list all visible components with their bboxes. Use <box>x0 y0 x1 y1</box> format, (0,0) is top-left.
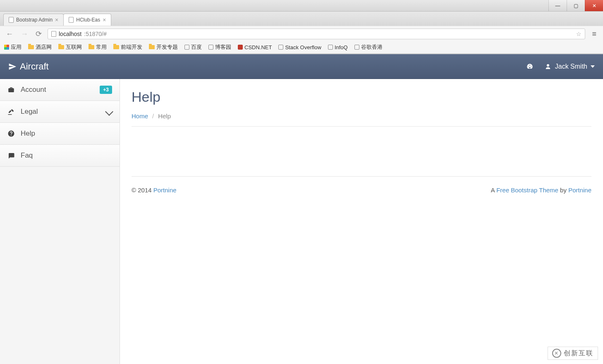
watermark: 创新互联 <box>548 347 598 360</box>
watermark-logo-icon <box>552 349 561 358</box>
bookmark-star-icon[interactable]: ☆ <box>576 31 581 37</box>
bookmark-label: Stack Overflow <box>285 44 321 50</box>
site-icon <box>278 45 283 50</box>
bookmark-label: 前端开发 <box>121 43 142 51</box>
footer-theme-link[interactable]: Free Bootstrap Theme <box>496 187 558 194</box>
sidebar-badge: +3 <box>100 86 112 94</box>
bookmark-label: InfoQ <box>335 44 348 50</box>
footer-text: A <box>491 187 496 194</box>
url-path: :51870/# <box>84 31 107 37</box>
tab-title: HClub-Eas <box>76 17 100 23</box>
bookmark-label: 谷歌香港 <box>361 43 383 51</box>
dashboard-icon-button[interactable] <box>526 63 534 70</box>
bookmark-label: 百度 <box>191 43 202 51</box>
site-icon <box>238 45 243 50</box>
brand-label: Aircraft <box>20 61 49 72</box>
address-row: ← → ⟳ localhost:51870/# ☆ ≡ <box>0 26 603 42</box>
footer-left: © 2014 Portnine <box>132 187 177 194</box>
help-icon <box>7 130 15 137</box>
browser-tab[interactable]: HClub-Eas × <box>63 14 111 26</box>
window-close-button[interactable]: ✕ <box>585 0 603 11</box>
bookmark-item[interactable]: InfoQ <box>328 44 348 50</box>
bookmark-item[interactable]: Stack Overflow <box>278 44 321 50</box>
chevron-down-icon <box>105 108 113 116</box>
breadcrumb: Home / Help <box>132 113 591 127</box>
breadcrumb-home[interactable]: Home <box>132 113 148 120</box>
bookmark-item[interactable]: 开发专题 <box>149 43 178 51</box>
sidebar-item-label: Help <box>21 129 35 138</box>
page-icon <box>51 31 56 37</box>
bookmark-item[interactable]: 前端开发 <box>113 43 142 51</box>
app-navbar: Aircraft Jack Smith <box>0 54 603 79</box>
apps-icon <box>4 45 9 50</box>
copyright-text: © 2014 <box>132 187 153 194</box>
bookmark-item[interactable]: 互联网 <box>58 43 82 51</box>
breadcrumb-separator: / <box>152 113 154 120</box>
folder-icon <box>28 45 34 49</box>
navbar-right: Jack Smith <box>526 63 595 70</box>
back-button[interactable]: ← <box>4 29 15 39</box>
folder-icon <box>113 45 119 49</box>
dashboard-icon <box>526 63 534 70</box>
browser-menu-button[interactable]: ≡ <box>589 29 599 39</box>
user-menu[interactable]: Jack Smith <box>544 63 595 70</box>
app-body: Account +3 Legal Help Faq Help Home / He… <box>0 79 603 364</box>
browser-chrome: — ▢ ✕ Bootstrap Admin × HClub-Eas × ← → … <box>0 0 603 54</box>
sidebar-item-label: Legal <box>21 108 38 116</box>
site-icon <box>328 45 333 50</box>
forward-button[interactable]: → <box>19 29 30 39</box>
sidebar-item-faq[interactable]: Faq <box>0 145 120 167</box>
bookmark-label: CSDN.NET <box>244 44 272 50</box>
page-icon <box>69 17 74 23</box>
breadcrumb-current: Help <box>158 113 171 120</box>
bookmark-label: 开发专题 <box>156 43 178 51</box>
window-minimize-button[interactable]: — <box>548 0 567 11</box>
browser-tab[interactable]: Bootstrap Admin × <box>3 14 64 26</box>
window-maximize-button[interactable]: ▢ <box>567 0 585 11</box>
sidebar-item-account[interactable]: Account +3 <box>0 79 120 101</box>
bookmark-item[interactable]: 谷歌香港 <box>354 43 383 51</box>
footer-portnine-link[interactable]: Portnine <box>153 187 177 194</box>
sidebar-item-legal[interactable]: Legal <box>0 101 120 123</box>
sidebar-item-help[interactable]: Help <box>0 123 120 145</box>
main-content: Help Home / Help © 2014 Portnine A Free … <box>120 79 603 364</box>
footer-by-link[interactable]: Portnine <box>568 187 591 194</box>
bookmark-label: 互联网 <box>66 43 82 51</box>
reload-button[interactable]: ⟳ <box>34 29 43 39</box>
footer: © 2014 Portnine A Free Bootstrap Theme b… <box>132 176 591 194</box>
site-icon <box>184 45 189 50</box>
gavel-icon <box>7 108 15 115</box>
brand[interactable]: Aircraft <box>8 61 49 72</box>
sidebar: Account +3 Legal Help Faq <box>0 79 120 364</box>
bookmark-item[interactable]: 酒店网 <box>28 43 52 51</box>
bookmark-label: 博客园 <box>215 43 231 51</box>
paper-plane-icon <box>8 62 17 71</box>
watermark-text: 创新互联 <box>564 349 593 358</box>
site-icon <box>354 45 359 50</box>
tab-title: Bootstrap Admin <box>16 17 53 23</box>
folder-icon <box>58 45 64 49</box>
bookmark-item[interactable]: 百度 <box>184 43 202 51</box>
bookmark-label: 应用 <box>11 43 22 51</box>
bookmark-item[interactable]: CSDN.NET <box>238 44 272 50</box>
folder-icon <box>149 45 155 49</box>
site-icon <box>208 45 213 50</box>
bookmark-item[interactable]: 应用 <box>4 43 22 51</box>
caret-down-icon <box>591 65 595 68</box>
bookmarks-bar: 应用 酒店网 互联网 常用 前端开发 开发专题 百度 博客园 CSDN.NET … <box>0 42 603 54</box>
comment-icon <box>7 152 15 159</box>
page-title: Help <box>132 89 591 105</box>
browser-tabs: Bootstrap Admin × HClub-Eas × <box>0 12 603 26</box>
window-controls: — ▢ ✕ <box>0 0 603 12</box>
close-icon[interactable]: × <box>103 17 106 23</box>
bookmark-item[interactable]: 常用 <box>89 43 107 51</box>
briefcase-icon <box>7 86 15 93</box>
sidebar-item-label: Faq <box>21 151 33 160</box>
bookmark-label: 常用 <box>96 43 107 51</box>
user-icon <box>544 63 552 70</box>
bookmark-label: 酒店网 <box>36 43 52 51</box>
footer-text: by <box>558 187 568 194</box>
bookmark-item[interactable]: 博客园 <box>208 43 231 51</box>
close-icon[interactable]: × <box>55 17 58 23</box>
address-bar[interactable]: localhost:51870/# ☆ <box>48 29 585 39</box>
